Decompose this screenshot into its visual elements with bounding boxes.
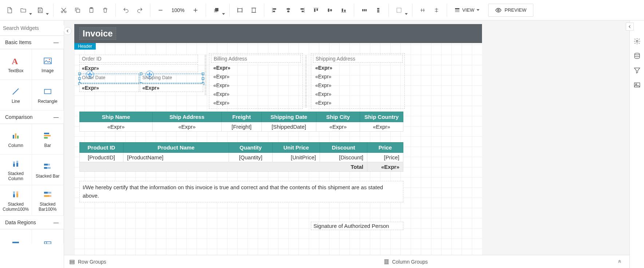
widget-rectangle[interactable]: Rectangle	[32, 80, 64, 110]
zoom-out-button[interactable]	[154, 4, 167, 17]
shipping-date-value[interactable]: «Expr»	[140, 84, 203, 92]
zoom-level: 100%	[168, 7, 188, 13]
collapse-icon: —	[54, 114, 59, 120]
svg-rect-23	[366, 9, 367, 11]
cut-button[interactable]	[57, 4, 70, 17]
order-button[interactable]	[210, 4, 226, 17]
widget-bar[interactable]: Bar	[32, 124, 64, 155]
report-title[interactable]: Invoice	[79, 27, 116, 40]
snap-h-button[interactable]	[416, 4, 429, 17]
data-button[interactable]	[632, 50, 643, 61]
billing-box[interactable]	[209, 53, 303, 109]
snap-v-button[interactable]	[430, 4, 443, 17]
order-date-value[interactable]: «Expr»	[79, 84, 139, 92]
expand-footer-button[interactable]	[617, 259, 622, 265]
paste-button[interactable]	[85, 4, 98, 17]
undo-button[interactable]	[119, 4, 133, 17]
widget-panel: Basic Items — ATextBox Image Line Rectan…	[0, 20, 64, 268]
widget-line[interactable]: Line	[0, 80, 32, 110]
svg-rect-58	[12, 242, 19, 243]
distribute-v-button[interactable]	[372, 4, 385, 17]
collapse-left-panel-button[interactable]	[64, 27, 72, 35]
svg-rect-9	[273, 8, 276, 9]
svg-rect-62	[70, 260, 74, 261]
align-left-button[interactable]	[268, 4, 281, 17]
svg-point-69	[635, 53, 639, 55]
svg-rect-65	[384, 260, 386, 264]
widget-stacked-bar[interactable]: Stacked Bar	[32, 155, 64, 185]
new-file-button[interactable]	[3, 4, 16, 17]
header-tag: Header	[74, 43, 96, 50]
svg-rect-67	[387, 260, 388, 264]
align-bottom-button[interactable]	[337, 4, 350, 17]
svg-rect-42	[13, 164, 15, 167]
svg-rect-6	[215, 8, 218, 11]
align-right-button[interactable]	[296, 4, 309, 17]
svg-rect-47	[48, 164, 50, 166]
widget-dataregion-1[interactable]	[0, 229, 32, 244]
align-middle-button[interactable]	[323, 4, 336, 17]
properties-button[interactable]	[632, 36, 643, 47]
svg-rect-55	[44, 192, 48, 194]
preview-button[interactable]: PREVIEW	[488, 4, 533, 17]
filter-button[interactable]	[632, 65, 643, 76]
ship-table[interactable]: Ship Name Ship Address Freight Shipping …	[79, 112, 403, 132]
open-file-button[interactable]	[17, 4, 33, 17]
delete-button[interactable]	[99, 4, 112, 17]
svg-rect-10	[273, 11, 275, 12]
align-center-button[interactable]	[282, 4, 295, 17]
widget-stacked-column[interactable]: Stacked Column	[0, 155, 32, 185]
widget-column[interactable]: Column	[0, 124, 32, 155]
svg-point-68	[636, 40, 638, 42]
sizing-button[interactable]	[392, 4, 408, 17]
svg-rect-49	[47, 167, 51, 169]
signature-label[interactable]: Signature of Authorized Person	[311, 222, 403, 230]
widget-dataregion-2[interactable]	[32, 229, 64, 244]
view-dropdown[interactable]: VIEW	[451, 4, 483, 17]
widget-stacked-column100[interactable]: Stacked Column100%	[0, 185, 32, 216]
shipping-box[interactable]	[311, 53, 405, 109]
align-height-button[interactable]	[247, 4, 260, 17]
distribute-h-button[interactable]	[358, 4, 371, 17]
widget-stacked-bar100[interactable]: Stacked Bar100%	[32, 185, 64, 216]
copy-button[interactable]	[71, 4, 84, 17]
order-id-label[interactable]: Order ID	[79, 55, 198, 63]
align-top-button[interactable]	[309, 4, 323, 17]
redo-button[interactable]	[133, 4, 146, 17]
svg-rect-44	[16, 163, 18, 167]
zoom-in-button[interactable]	[189, 4, 202, 17]
column-groups[interactable]: Column Groups	[383, 259, 428, 265]
svg-rect-29	[455, 9, 459, 12]
collapse-right-panel-button[interactable]	[626, 23, 634, 31]
align-width-button[interactable]	[233, 4, 246, 17]
svg-rect-53	[16, 194, 18, 197]
svg-rect-22	[364, 9, 365, 11]
certify-text[interactable]: I/We hereby certify that the information…	[79, 181, 403, 202]
svg-rect-15	[314, 8, 316, 12]
svg-rect-8	[252, 8, 255, 12]
product-table[interactable]: Product ID Product Name Quantity Unit Pr…	[79, 142, 403, 172]
collapse-icon: —	[54, 220, 59, 225]
toolbar: 100% VIEW PREVIEW	[0, 0, 644, 20]
save-button[interactable]	[33, 4, 50, 17]
svg-rect-33	[44, 58, 51, 64]
order-date-label[interactable]: Order Date	[79, 74, 139, 83]
category-dataregions-header[interactable]: Data Regions —	[0, 216, 64, 229]
shipping-date-label[interactable]: Shipping Date	[140, 74, 203, 83]
svg-rect-28	[455, 8, 459, 9]
design-surface[interactable]: Invoice Header Order ID «Expr» Order Dat…	[64, 20, 629, 268]
category-comparison-header[interactable]: Comparison —	[0, 110, 64, 124]
svg-rect-2	[76, 9, 80, 12]
row-groups[interactable]: Row Groups	[69, 259, 106, 265]
category-basic-header[interactable]: Basic Items —	[0, 36, 64, 49]
report-canvas[interactable]: Invoice Header Order ID «Expr» Order Dat…	[74, 24, 482, 263]
search-input[interactable]	[3, 25, 67, 31]
widget-textbox[interactable]: ATextBox	[0, 49, 32, 80]
groups-footer: Row Groups Column Groups	[64, 255, 629, 268]
svg-rect-19	[342, 8, 343, 12]
svg-rect-48	[44, 167, 47, 169]
widget-image[interactable]: Image	[32, 49, 64, 80]
order-id-value[interactable]: «Expr»	[79, 64, 198, 72]
image-manager-button[interactable]	[632, 79, 643, 90]
svg-rect-27	[397, 8, 401, 12]
